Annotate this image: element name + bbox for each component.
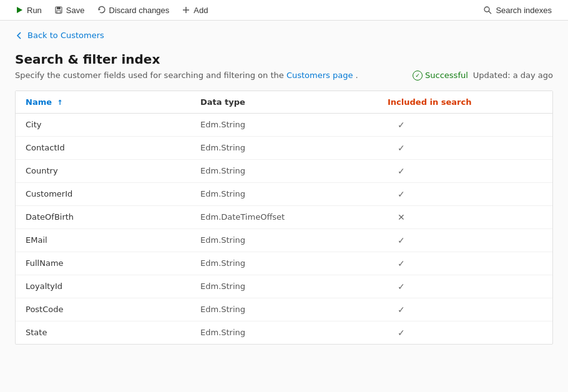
cell-included: ✓: [378, 228, 552, 252]
table-header-row: Name ↑ Data type Included in search: [16, 91, 552, 114]
save-icon: [54, 6, 63, 14]
checkmark-icon: ✓: [398, 328, 405, 338]
cell-included: ✓: [378, 321, 552, 344]
checkmark-icon: ✓: [398, 189, 405, 199]
index-table: Name ↑ Data type Included in search City…: [16, 91, 552, 344]
discard-label: Discard changes: [109, 6, 170, 15]
cell-datatype: Edm.String: [190, 113, 378, 136]
col-included-header[interactable]: Included in search: [378, 91, 552, 114]
table-row: CustomerIdEdm.String✓: [16, 182, 552, 205]
subtitle-link[interactable]: Customers page: [286, 71, 353, 80]
table-row: PostCodeEdm.String✓: [16, 298, 552, 321]
cell-included: ✓: [378, 159, 552, 182]
cell-name: State: [16, 321, 190, 344]
table-row: CityEdm.String✓: [16, 113, 552, 136]
cell-datatype: Edm.String: [190, 159, 378, 182]
col-name-label: Name: [26, 97, 52, 107]
run-button[interactable]: Run: [10, 3, 47, 17]
back-arrow-icon: [15, 31, 24, 40]
search-icon: [483, 6, 492, 14]
cell-datatype: Edm.String: [190, 275, 378, 298]
save-label: Save: [66, 6, 85, 15]
cell-name: CustomerId: [16, 182, 190, 205]
sort-arrow-icon: ↑: [57, 99, 63, 107]
table-body: CityEdm.String✓ContactIdEdm.String✓Count…: [16, 113, 552, 344]
run-icon: [15, 6, 24, 14]
cell-included: ✓: [378, 298, 552, 321]
checkmark-icon: ✓: [398, 143, 405, 153]
back-link[interactable]: Back to Customers: [15, 31, 104, 40]
cell-name: DateOfBirth: [16, 205, 190, 228]
status-success: ✓ Successful: [413, 71, 468, 81]
cell-name: PostCode: [16, 298, 190, 321]
svg-marker-4: [99, 8, 100, 11]
checkmark-icon: ✓: [398, 120, 405, 130]
cell-name: EMail: [16, 228, 190, 252]
back-nav: Back to Customers: [0, 21, 568, 47]
cell-name: FullName: [16, 252, 190, 275]
cell-datatype: Edm.String: [190, 252, 378, 275]
table-row: CountryEdm.String✓: [16, 159, 552, 182]
svg-marker-0: [17, 7, 22, 13]
subtitle-text: Specify the customer fields used for sea…: [15, 71, 284, 80]
col-included-label: Included in search: [388, 97, 471, 107]
main-content: Back to Customers Search & filter index …: [0, 21, 568, 392]
add-label: Add: [193, 6, 208, 15]
checkmark-icon: ✓: [398, 305, 405, 315]
cell-datatype: Edm.String: [190, 182, 378, 205]
search-indexes-label: Search indexes: [496, 6, 552, 15]
run-label: Run: [27, 6, 42, 15]
add-button[interactable]: Add: [177, 3, 213, 17]
svg-point-7: [484, 7, 489, 12]
cell-included: ✓: [378, 113, 552, 136]
checkmark-icon: ✓: [398, 235, 405, 245]
table-row: FullNameEdm.String✓: [16, 252, 552, 275]
checkmark-icon: ✓: [398, 166, 405, 176]
page-subtitle-row: Specify the customer fields used for sea…: [15, 71, 553, 81]
table-container: Name ↑ Data type Included in search City…: [15, 91, 553, 345]
checkmark-icon: ✓: [398, 282, 405, 292]
cell-included: ✓: [378, 252, 552, 275]
cell-datatype: Edm.String: [190, 321, 378, 344]
success-circle-icon: ✓: [413, 71, 423, 81]
table-row: StateEdm.String✓: [16, 321, 552, 344]
table-row: ContactIdEdm.String✓: [16, 136, 552, 159]
cell-name: ContactId: [16, 136, 190, 159]
table-row: EMailEdm.String✓: [16, 228, 552, 252]
search-indexes-button[interactable]: Search indexes: [477, 3, 558, 17]
back-label: Back to Customers: [27, 31, 104, 40]
cell-datatype: Edm.String: [190, 228, 378, 252]
updated-label: Updated: a day ago: [473, 71, 553, 80]
cell-datatype: Edm.String: [190, 136, 378, 159]
cell-name: Country: [16, 159, 190, 182]
cell-datatype: Edm.String: [190, 298, 378, 321]
table-row: DateOfBirthEdm.DateTimeOffset✕: [16, 205, 552, 228]
col-datatype-header[interactable]: Data type: [190, 91, 378, 114]
page-title: Search & filter index: [15, 52, 553, 67]
cell-name: LoyaltyId: [16, 275, 190, 298]
cell-included: ✕: [378, 205, 552, 228]
col-name-header[interactable]: Name ↑: [16, 91, 190, 114]
cell-included: ✓: [378, 136, 552, 159]
cell-datatype: Edm.DateTimeOffset: [190, 205, 378, 228]
page-header: Search & filter index Specify the custom…: [0, 47, 568, 91]
toolbar: Run Save Discard changes Add Search inde…: [0, 0, 568, 21]
cell-included: ✓: [378, 275, 552, 298]
add-icon: [182, 6, 190, 14]
x-icon: ✕: [398, 212, 405, 222]
save-button[interactable]: Save: [49, 3, 90, 17]
svg-rect-2: [57, 7, 61, 9]
col-datatype-label: Data type: [200, 97, 245, 107]
page-subtitle: Specify the customer fields used for sea…: [15, 71, 358, 80]
discard-icon: [97, 6, 106, 14]
discard-button[interactable]: Discard changes: [92, 3, 175, 17]
checkmark-icon: ✓: [398, 258, 405, 268]
status-label: Successful: [425, 71, 468, 80]
cell-included: ✓: [378, 182, 552, 205]
svg-line-8: [489, 11, 491, 14]
status-area: ✓ Successful Updated: a day ago: [413, 71, 553, 81]
table-row: LoyaltyIdEdm.String✓: [16, 275, 552, 298]
subtitle-end: .: [356, 71, 358, 80]
cell-name: City: [16, 113, 190, 136]
